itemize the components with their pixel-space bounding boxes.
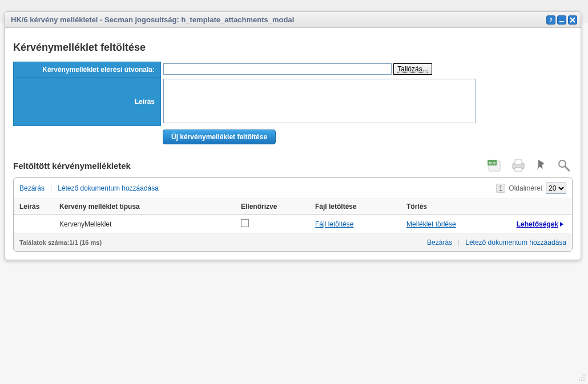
col-checked[interactable]: Ellenőrizve (235, 199, 309, 215)
results-count: Találatok száma:1/1 (16 ms) (19, 239, 102, 246)
page-number: 1 (496, 184, 506, 193)
pagesize-select[interactable]: 20 (546, 183, 566, 194)
close-icon (570, 17, 575, 23)
svg-rect-6 (515, 160, 522, 164)
search-button[interactable] (555, 157, 573, 174)
browse-button[interactable]: Tallózás... (393, 63, 432, 75)
print-button[interactable] (510, 157, 527, 174)
delete-link[interactable]: Melléklet törlése (406, 220, 456, 228)
xls-icon: XLS (488, 159, 504, 172)
add-existing-link-top[interactable]: Létező dokumentum hozzáadása (58, 184, 159, 192)
upload-button[interactable]: Új kérvénymelléklet feltöltése (163, 130, 276, 144)
close-link-bottom[interactable]: Bezárás (427, 239, 452, 246)
uploaded-heading: Feltöltött kérvénymellékletek (13, 161, 131, 171)
svg-rect-1 (559, 21, 564, 22)
pagesize-label: Oldalméret (509, 184, 542, 192)
close-button[interactable] (568, 15, 577, 25)
description-label: Leírás (14, 78, 161, 126)
printer-icon (511, 159, 526, 172)
col-type[interactable]: Kérvény melléklet típusa (54, 199, 235, 215)
modal-title: HK/6 kérvény mellékletei - Secman jogosu… (11, 15, 546, 24)
svg-rect-7 (515, 168, 522, 171)
download-link[interactable]: Fájl letöltése (315, 220, 353, 228)
modal-window: HK/6 kérvény mellékletei - Secman jogosu… (5, 11, 581, 260)
add-existing-link-bottom[interactable]: Létező dokumentum hozzáadása (465, 239, 566, 246)
path-input[interactable] (163, 63, 392, 75)
svg-text:XLS: XLS (489, 161, 496, 165)
col-delete[interactable]: Törlés (401, 199, 498, 215)
svg-text:?: ? (549, 17, 553, 23)
minimize-button[interactable] (557, 15, 566, 25)
help-button[interactable]: ? (546, 15, 555, 25)
svg-line-9 (565, 167, 569, 171)
minimize-icon (559, 17, 565, 23)
col-download[interactable]: Fájl letöltése (309, 199, 401, 215)
col-desc[interactable]: Leírás (14, 199, 54, 215)
options-link[interactable]: Lehetőségek (517, 220, 564, 228)
plus-arrow-icon (559, 221, 564, 227)
export-xls-button[interactable]: XLS (487, 157, 504, 174)
description-textarea[interactable] (163, 79, 476, 123)
table-row: KervenyMelleklet Fájl letöltése Mellékle… (14, 215, 572, 234)
cell-desc (14, 215, 54, 234)
help-icon: ? (548, 17, 554, 23)
attachments-grid: Bezárás | Létező dokumentum hozzáadása 1… (13, 177, 573, 252)
pin-icon (535, 159, 547, 172)
modal-titlebar: HK/6 kérvény mellékletei - Secman jogosu… (5, 12, 581, 28)
close-link-top[interactable]: Bezárás (19, 184, 45, 192)
pin-button[interactable] (533, 157, 550, 174)
path-label: Kérvénymelléklet elérési útvonala: (14, 62, 161, 78)
cell-type: KervenyMelleklet (54, 215, 235, 234)
magnifier-icon (557, 159, 571, 172)
upload-heading: Kérvénymelléklet feltöltése (13, 42, 573, 54)
checked-checkbox[interactable] (241, 219, 249, 227)
resize-handle[interactable] (577, 373, 585, 381)
